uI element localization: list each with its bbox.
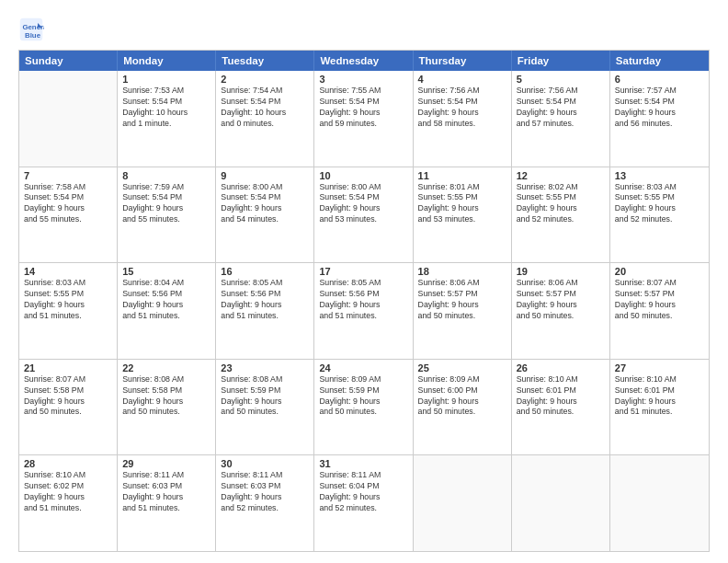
calendar-row: 21Sunrise: 8:07 AM Sunset: 5:58 PM Dayli…	[19, 360, 709, 456]
day-number: 14	[24, 266, 112, 277]
calendar-row: 28Sunrise: 8:10 AM Sunset: 6:02 PM Dayli…	[19, 455, 709, 551]
day-number: 18	[418, 266, 506, 277]
calendar-cell: 8Sunrise: 7:59 AM Sunset: 5:54 PM Daylig…	[118, 167, 216, 263]
weekday-header: Thursday	[414, 51, 512, 71]
day-number: 24	[319, 362, 407, 373]
cell-info: Sunrise: 8:11 AM Sunset: 6:04 PM Dayligh…	[319, 470, 407, 514]
day-number: 13	[615, 170, 704, 181]
cell-info: Sunrise: 7:56 AM Sunset: 5:54 PM Dayligh…	[517, 86, 605, 130]
calendar-cell: 17Sunrise: 8:05 AM Sunset: 5:56 PM Dayli…	[314, 263, 413, 359]
calendar-cell: 5Sunrise: 7:56 AM Sunset: 5:54 PM Daylig…	[512, 71, 610, 167]
cell-info: Sunrise: 8:06 AM Sunset: 5:57 PM Dayligh…	[517, 278, 605, 322]
day-number: 29	[122, 458, 210, 469]
cell-info: Sunrise: 8:04 AM Sunset: 5:56 PM Dayligh…	[122, 278, 210, 322]
cell-info: Sunrise: 7:57 AM Sunset: 5:54 PM Dayligh…	[615, 86, 704, 130]
weekday-header: Friday	[512, 51, 610, 71]
calendar-cell: 10Sunrise: 8:00 AM Sunset: 5:54 PM Dayli…	[314, 167, 413, 263]
day-number: 7	[24, 170, 112, 181]
day-number: 3	[319, 74, 407, 85]
calendar-cell: 15Sunrise: 8:04 AM Sunset: 5:56 PM Dayli…	[118, 263, 216, 359]
calendar-cell: 22Sunrise: 8:08 AM Sunset: 5:58 PM Dayli…	[118, 360, 216, 455]
cell-info: Sunrise: 8:05 AM Sunset: 5:56 PM Dayligh…	[221, 278, 309, 322]
cell-info: Sunrise: 8:07 AM Sunset: 5:58 PM Dayligh…	[24, 374, 112, 419]
weekday-header: Sunday	[19, 51, 118, 71]
calendar-cell: 20Sunrise: 8:07 AM Sunset: 5:57 PM Dayli…	[610, 263, 709, 359]
calendar-cell	[512, 455, 610, 551]
calendar-cell: 1Sunrise: 7:53 AM Sunset: 5:54 PM Daylig…	[118, 71, 216, 167]
day-number: 6	[615, 74, 704, 85]
calendar-cell: 2Sunrise: 7:54 AM Sunset: 5:54 PM Daylig…	[216, 71, 314, 167]
day-number: 20	[615, 266, 704, 277]
logo: General Blue	[18, 17, 48, 42]
day-number: 9	[221, 170, 309, 181]
cell-info: Sunrise: 8:10 AM Sunset: 6:02 PM Dayligh…	[24, 470, 112, 514]
calendar-cell: 19Sunrise: 8:06 AM Sunset: 5:57 PM Dayli…	[512, 263, 610, 359]
day-number: 8	[122, 170, 210, 181]
calendar-body: 1Sunrise: 7:53 AM Sunset: 5:54 PM Daylig…	[19, 71, 709, 551]
cell-info: Sunrise: 8:03 AM Sunset: 5:55 PM Dayligh…	[615, 182, 704, 226]
day-number: 25	[418, 362, 506, 373]
cell-info: Sunrise: 8:00 AM Sunset: 5:54 PM Dayligh…	[221, 182, 309, 226]
cell-info: Sunrise: 8:05 AM Sunset: 5:56 PM Dayligh…	[319, 278, 407, 322]
day-number: 15	[122, 266, 210, 277]
day-number: 26	[517, 362, 605, 373]
calendar-cell: 6Sunrise: 7:57 AM Sunset: 5:54 PM Daylig…	[610, 71, 709, 167]
calendar-cell	[610, 455, 709, 551]
cell-info: Sunrise: 8:10 AM Sunset: 6:01 PM Dayligh…	[517, 374, 605, 419]
cell-info: Sunrise: 8:10 AM Sunset: 6:01 PM Dayligh…	[615, 374, 704, 419]
cell-info: Sunrise: 8:08 AM Sunset: 5:59 PM Dayligh…	[221, 374, 309, 419]
header: General Blue	[18, 17, 710, 42]
calendar-cell: 30Sunrise: 8:11 AM Sunset: 6:03 PM Dayli…	[216, 455, 314, 551]
calendar: SundayMondayTuesdayWednesdayThursdayFrid…	[18, 50, 710, 552]
calendar-cell: 14Sunrise: 8:03 AM Sunset: 5:55 PM Dayli…	[19, 263, 118, 359]
calendar-cell: 25Sunrise: 8:09 AM Sunset: 6:00 PM Dayli…	[414, 360, 512, 455]
calendar-row: 1Sunrise: 7:53 AM Sunset: 5:54 PM Daylig…	[19, 71, 709, 167]
cell-info: Sunrise: 8:02 AM Sunset: 5:55 PM Dayligh…	[517, 182, 605, 226]
calendar-cell: 11Sunrise: 8:01 AM Sunset: 5:55 PM Dayli…	[414, 167, 512, 263]
calendar-cell: 12Sunrise: 8:02 AM Sunset: 5:55 PM Dayli…	[512, 167, 610, 263]
calendar-cell: 4Sunrise: 7:56 AM Sunset: 5:54 PM Daylig…	[414, 71, 512, 167]
calendar-header: SundayMondayTuesdayWednesdayThursdayFrid…	[19, 51, 709, 71]
day-number: 17	[319, 266, 407, 277]
calendar-cell: 13Sunrise: 8:03 AM Sunset: 5:55 PM Dayli…	[610, 167, 709, 263]
weekday-header: Saturday	[610, 51, 709, 71]
calendar-cell: 29Sunrise: 8:11 AM Sunset: 6:03 PM Dayli…	[118, 455, 216, 551]
cell-info: Sunrise: 7:56 AM Sunset: 5:54 PM Dayligh…	[418, 86, 506, 130]
calendar-cell: 9Sunrise: 8:00 AM Sunset: 5:54 PM Daylig…	[216, 167, 314, 263]
cell-info: Sunrise: 8:00 AM Sunset: 5:54 PM Dayligh…	[319, 182, 407, 226]
cell-info: Sunrise: 8:08 AM Sunset: 5:58 PM Dayligh…	[122, 374, 210, 419]
svg-text:Blue: Blue	[25, 31, 41, 40]
calendar-cell: 28Sunrise: 8:10 AM Sunset: 6:02 PM Dayli…	[19, 455, 118, 551]
cell-info: Sunrise: 7:58 AM Sunset: 5:54 PM Dayligh…	[24, 182, 112, 226]
day-number: 16	[221, 266, 309, 277]
day-number: 11	[418, 170, 506, 181]
calendar-cell	[414, 455, 512, 551]
calendar-cell: 27Sunrise: 8:10 AM Sunset: 6:01 PM Dayli…	[610, 360, 709, 455]
calendar-cell: 3Sunrise: 7:55 AM Sunset: 5:54 PM Daylig…	[314, 71, 413, 167]
day-number: 5	[517, 74, 605, 85]
calendar-cell: 26Sunrise: 8:10 AM Sunset: 6:01 PM Dayli…	[512, 360, 610, 455]
weekday-header: Tuesday	[216, 51, 314, 71]
day-number: 30	[221, 458, 309, 469]
cell-info: Sunrise: 7:53 AM Sunset: 5:54 PM Dayligh…	[122, 86, 210, 130]
calendar-cell	[19, 71, 118, 167]
day-number: 2	[221, 74, 309, 85]
calendar-cell: 18Sunrise: 8:06 AM Sunset: 5:57 PM Dayli…	[414, 263, 512, 359]
day-number: 28	[24, 458, 112, 469]
cell-info: Sunrise: 8:07 AM Sunset: 5:57 PM Dayligh…	[615, 278, 704, 322]
cell-info: Sunrise: 8:06 AM Sunset: 5:57 PM Dayligh…	[418, 278, 506, 322]
cell-info: Sunrise: 7:59 AM Sunset: 5:54 PM Dayligh…	[122, 182, 210, 226]
cell-info: Sunrise: 8:09 AM Sunset: 6:00 PM Dayligh…	[418, 374, 506, 419]
cell-info: Sunrise: 7:54 AM Sunset: 5:54 PM Dayligh…	[221, 86, 309, 130]
day-number: 21	[24, 362, 112, 373]
day-number: 4	[418, 74, 506, 85]
day-number: 27	[615, 362, 704, 373]
calendar-cell: 21Sunrise: 8:07 AM Sunset: 5:58 PM Dayli…	[19, 360, 118, 455]
cell-info: Sunrise: 8:03 AM Sunset: 5:55 PM Dayligh…	[24, 278, 112, 322]
day-number: 10	[319, 170, 407, 181]
cell-info: Sunrise: 8:09 AM Sunset: 5:59 PM Dayligh…	[319, 374, 407, 419]
calendar-row: 14Sunrise: 8:03 AM Sunset: 5:55 PM Dayli…	[19, 263, 709, 360]
cell-info: Sunrise: 8:01 AM Sunset: 5:55 PM Dayligh…	[418, 182, 506, 226]
day-number: 31	[319, 458, 407, 469]
logo-icon: General Blue	[18, 17, 44, 42]
